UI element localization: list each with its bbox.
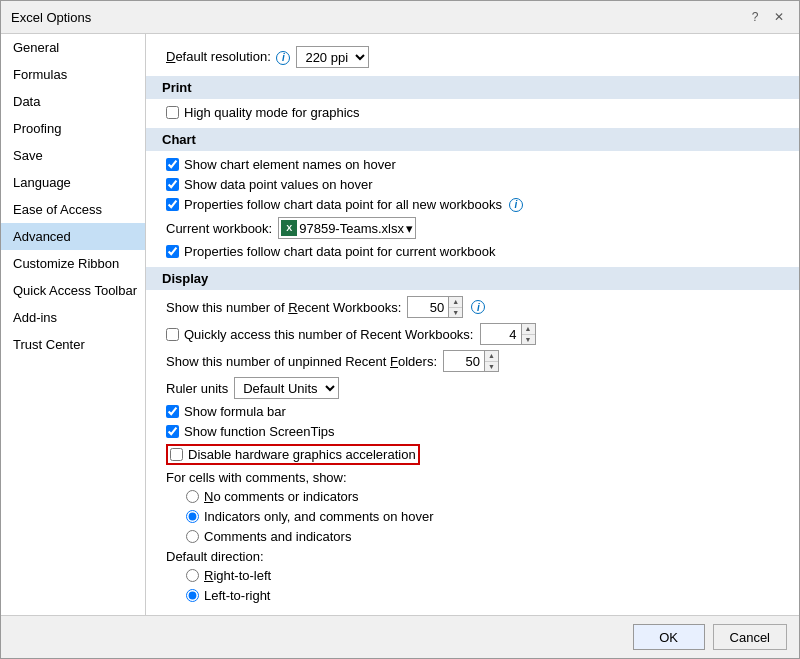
workbook-dropdown-arrow: ▾ — [406, 221, 413, 236]
show-data-point-row: Show data point values on hover — [162, 177, 783, 192]
default-direction-label: Default direction: — [162, 549, 783, 564]
show-element-names-checkbox[interactable] — [166, 158, 179, 171]
no-comments-label: No comments or indicators — [204, 489, 359, 504]
ok-button[interactable]: OK — [633, 624, 705, 650]
recent-workbooks-input[interactable] — [408, 297, 448, 317]
sidebar-item-ease-of-access[interactable]: Ease of Access — [1, 196, 145, 223]
quick-access-spinner[interactable]: ▲ ▼ — [480, 323, 536, 345]
ruler-units-row: Ruler units Default Units Inches Centime… — [162, 377, 783, 399]
disable-hardware-highlight: Disable hardware graphics acceleration — [166, 444, 420, 465]
properties-follow-current-checkbox[interactable] — [166, 245, 179, 258]
recent-workbooks-down[interactable]: ▼ — [449, 308, 462, 318]
indicators-only-label: Indicators only, and comments on hover — [204, 509, 434, 524]
default-resolution-row: Default resolution: i 220 ppi 96 ppi 150… — [162, 46, 783, 68]
sidebar-item-add-ins[interactable]: Add-ins — [1, 304, 145, 331]
current-workbook-label: Current workbook: — [166, 221, 272, 236]
no-comments-row: No comments or indicators — [182, 489, 783, 504]
disable-hardware-label: Disable hardware graphics acceleration — [188, 447, 416, 462]
comments-and-indicators-label: Comments and indicators — [204, 529, 351, 544]
default-resolution-info-icon: i — [276, 51, 290, 65]
quick-access-up[interactable]: ▲ — [522, 324, 535, 335]
show-element-names-row: Show chart element names on hover — [162, 157, 783, 172]
show-formula-bar-row: Show formula bar — [162, 404, 783, 419]
unpinned-folders-input[interactable] — [444, 351, 484, 371]
default-resolution-label: Default resolution: i — [166, 49, 290, 65]
unpinned-folders-down[interactable]: ▼ — [485, 362, 498, 372]
disable-hardware-row: Disable hardware graphics acceleration — [162, 444, 783, 465]
high-quality-row: High quality mode for graphics — [162, 105, 783, 120]
quick-access-down[interactable]: ▼ — [522, 335, 535, 345]
sidebar-item-advanced[interactable]: Advanced — [1, 223, 145, 250]
sidebar-item-customize-ribbon[interactable]: Customize Ribbon — [1, 250, 145, 277]
unpinned-folders-spinner[interactable]: ▲ ▼ — [443, 350, 499, 372]
main-content: Default resolution: i 220 ppi 96 ppi 150… — [146, 34, 799, 615]
unpinned-folders-row: Show this number of unpinned Recent Fold… — [162, 350, 783, 372]
excel-icon: X — [281, 220, 297, 236]
properties-follow-all-label: Properties follow chart data point for a… — [184, 197, 502, 212]
no-comments-radio[interactable] — [186, 490, 199, 503]
sidebar: General Formulas Data Proofing Save Lang… — [1, 34, 146, 615]
comments-and-indicators-radio[interactable] — [186, 530, 199, 543]
high-quality-label: High quality mode for graphics — [184, 105, 360, 120]
show-formula-bar-checkbox[interactable] — [166, 405, 179, 418]
workbook-value: 97859-Teams.xlsx — [299, 221, 404, 236]
comments-show-label: For cells with comments, show: — [162, 470, 783, 485]
show-function-screentips-row: Show function ScreenTips — [162, 424, 783, 439]
cancel-button[interactable]: Cancel — [713, 624, 787, 650]
indicators-only-radio[interactable] — [186, 510, 199, 523]
sidebar-item-trust-center[interactable]: Trust Center — [1, 331, 145, 358]
properties-follow-current-row: Properties follow chart data point for c… — [162, 244, 783, 259]
current-workbook-row: Current workbook: X 97859-Teams.xlsx ▾ — [162, 217, 783, 239]
workbook-select[interactable]: X 97859-Teams.xlsx ▾ — [278, 217, 416, 239]
unpinned-folders-up[interactable]: ▲ — [485, 351, 498, 362]
unpinned-folders-label: Show this number of unpinned Recent Fold… — [166, 354, 437, 369]
left-to-right-row: Left-to-right — [182, 588, 783, 603]
recent-workbooks-spinner[interactable]: ▲ ▼ — [407, 296, 463, 318]
recent-workbooks-up[interactable]: ▲ — [449, 297, 462, 308]
default-resolution-select[interactable]: 220 ppi 96 ppi 150 ppi — [296, 46, 369, 68]
print-section-header: Print — [146, 76, 799, 99]
right-to-left-radio[interactable] — [186, 569, 199, 582]
chart-section-header: Chart — [146, 128, 799, 151]
sidebar-item-proofing[interactable]: Proofing — [1, 115, 145, 142]
recent-workbooks-info-icon: i — [471, 300, 485, 314]
right-to-left-label: Right-to-left — [204, 568, 271, 583]
disable-hardware-checkbox[interactable] — [170, 448, 183, 461]
properties-follow-all-row: Properties follow chart data point for a… — [162, 197, 783, 212]
sidebar-item-quick-access-toolbar[interactable]: Quick Access Toolbar — [1, 277, 145, 304]
right-to-left-row: Right-to-left — [182, 568, 783, 583]
indicators-only-row: Indicators only, and comments on hover — [182, 509, 783, 524]
show-function-screentips-label: Show function ScreenTips — [184, 424, 335, 439]
comments-options: No comments or indicators Indicators onl… — [162, 489, 783, 544]
left-to-right-label: Left-to-right — [204, 588, 270, 603]
high-quality-checkbox[interactable] — [166, 106, 179, 119]
left-to-right-radio[interactable] — [186, 589, 199, 602]
sidebar-item-formulas[interactable]: Formulas — [1, 61, 145, 88]
show-data-point-label: Show data point values on hover — [184, 177, 373, 192]
dialog-title: Excel Options — [11, 10, 91, 25]
title-bar-left: Excel Options — [11, 10, 91, 25]
title-controls: ? ✕ — [745, 7, 789, 27]
properties-follow-all-info-icon: i — [509, 198, 523, 212]
quick-access-checkbox[interactable] — [166, 328, 179, 341]
sidebar-item-save[interactable]: Save — [1, 142, 145, 169]
ruler-units-select[interactable]: Default Units Inches Centimeters Millime… — [234, 377, 339, 399]
quick-access-input[interactable] — [481, 324, 521, 344]
show-element-names-label: Show chart element names on hover — [184, 157, 396, 172]
sidebar-item-language[interactable]: Language — [1, 169, 145, 196]
content-inner: Default resolution: i 220 ppi 96 ppi 150… — [146, 34, 799, 615]
recent-workbooks-row: Show this number of Recent Workbooks: ▲ … — [162, 296, 783, 318]
properties-follow-all-checkbox[interactable] — [166, 198, 179, 211]
help-button[interactable]: ? — [745, 7, 765, 27]
sidebar-item-data[interactable]: Data — [1, 88, 145, 115]
show-formula-bar-label: Show formula bar — [184, 404, 286, 419]
sidebar-item-general[interactable]: General — [1, 34, 145, 61]
close-button[interactable]: ✕ — [769, 7, 789, 27]
title-bar: Excel Options ? ✕ — [1, 1, 799, 34]
ruler-units-label: Ruler units — [166, 381, 228, 396]
show-function-screentips-checkbox[interactable] — [166, 425, 179, 438]
excel-options-dialog: Excel Options ? ✕ General Formulas Data … — [0, 0, 800, 659]
dialog-body: General Formulas Data Proofing Save Lang… — [1, 34, 799, 615]
show-data-point-checkbox[interactable] — [166, 178, 179, 191]
quick-access-row: Quickly access this number of Recent Wor… — [162, 323, 783, 345]
